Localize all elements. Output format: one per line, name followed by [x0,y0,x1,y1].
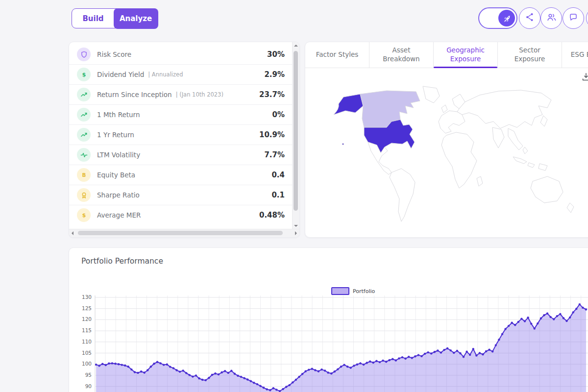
comments-button[interactable] [563,7,584,29]
y-tick-label: 115 [72,327,92,333]
performance-chart[interactable] [94,294,588,392]
metric-label: Return Since Inception [97,91,172,98]
y-tick-label: 90 [72,383,92,389]
rocket-switch[interactable] [478,7,517,29]
map-region-indonesia-2 [528,163,535,168]
exposure-tabs: Factor StylesAsset BreakdownGeographic E… [305,42,588,68]
map-region-hawaii[interactable] [342,143,343,145]
metric-row: Risk Score30% [69,45,293,65]
metric-row: $Dividend Yield| Annualized2.9% [69,65,293,85]
metric-row: 1 Mth Return0% [69,105,293,125]
metric-list: Risk Score30%$Dividend Yield| Annualized… [69,45,293,229]
tab-geographic-exposure[interactable]: Geographic Exposure [434,42,498,68]
legend-swatch [331,287,349,295]
performance-title: Portfolio Performance [81,257,163,266]
y-tick-label: 120 [72,316,92,322]
dollar-icon: $ [77,68,91,81]
beta-icon: B [77,168,91,182]
horizontal-scrollbar[interactable] [69,229,299,237]
metric-label: Dividend Yield [97,71,144,78]
tab-sector-exposure[interactable]: Sector Exposure [498,42,562,68]
metric-value: 7.7% [264,150,285,159]
metric-value: 2.9% [264,70,285,79]
map-region-alaska[interactable] [334,94,363,115]
svg-text:B: B [82,172,86,178]
shield-icon [77,48,91,61]
activity-icon [77,148,91,162]
metric-row: Return Since Inception| (Jan 10th 2023)2… [69,85,293,105]
share-button[interactable] [519,7,540,29]
vertical-scroll-thumb[interactable] [294,51,298,211]
metric-value: 23.7% [259,90,285,99]
vertical-scrollbar[interactable] [292,42,299,229]
download-button[interactable] [581,72,588,83]
map-region-africa [441,132,477,188]
metric-sublabel: | (Jan 10th 2023) [176,91,223,98]
svg-text:$: $ [82,72,86,78]
collaborators-button[interactable] [540,7,562,29]
legend-label: Portfolio [353,288,375,294]
map-region-se-asia [508,128,523,150]
map-region-south-america [390,169,415,221]
y-tick-label: 110 [72,339,92,344]
metric-label: 1 Yr Return [97,131,134,139]
y-tick-label: 125 [72,305,92,311]
y-tick-label: 105 [72,350,92,356]
metric-value: 0% [272,110,285,119]
y-tick-label: 100 [72,361,92,367]
share-icon [524,12,535,24]
map-region-australia [531,176,563,203]
scroll-down-arrow[interactable] [294,225,298,227]
map-region-asia [457,90,551,128]
build-button[interactable]: Build [72,9,114,28]
trend-up-icon [77,88,91,101]
y-tick-label: 95 [72,372,92,378]
horizontal-scroll-thumb[interactable] [78,231,283,235]
award-icon [77,188,91,202]
tab-factor-styles[interactable]: Factor Styles [305,42,369,68]
map-region-philippines [523,147,528,154]
metrics-panel: Risk Score30%$Dividend Yield| Annualized… [69,42,300,238]
trend-up-icon [77,108,91,122]
metric-value: 30% [267,50,285,59]
y-tick-label: 130 [72,294,92,300]
metric-row: $Average MER0.48% [69,205,293,225]
map-region-canada[interactable] [360,91,420,127]
dollar-icon: $ [77,208,91,222]
performance-panel: Portfolio Performance Portfolio 13012512… [69,247,588,392]
map-region-uk [441,105,447,113]
metric-value: 10.9% [259,130,285,139]
tab-esg-exposure[interactable]: ESG Exposure [562,42,588,68]
metric-value: 0.1 [271,191,285,199]
chat-icon [568,12,579,24]
more-action-button[interactable] [586,7,588,29]
world-map [313,84,588,229]
scroll-right-arrow[interactable] [295,231,297,235]
scroll-up-arrow[interactable] [294,45,298,47]
analyze-button[interactable]: Analyze [114,8,158,29]
metric-row: BEquity Beta0.4 [69,165,293,185]
chart-legend[interactable]: Portfolio [331,287,375,295]
map-region-new-zealand [567,203,574,213]
metric-sublabel: | Annualized [148,71,183,78]
trend-up-icon [77,128,91,142]
map-region-indonesia [513,157,527,164]
metric-label: LTM Volatility [97,151,140,159]
exposure-panel: Factor StylesAsset BreakdownGeographic E… [305,42,588,238]
metric-row: Sharpe Ratio0.1 [69,185,293,205]
metric-row: 1 Yr Return10.9% [69,125,293,145]
metric-label: Average MER [97,211,141,219]
map-region-india [492,127,504,148]
metric-value: 0.4 [271,171,285,179]
tab-asset-breakdown[interactable]: Asset Breakdown [369,42,434,68]
metric-row: LTM Volatility7.7% [69,145,293,165]
map-region-greenland [423,86,440,103]
map-region-madagascar [477,176,483,186]
rocket-icon [498,10,515,26]
svg-text:$: $ [82,212,86,219]
scroll-left-arrow[interactable] [72,231,74,235]
metric-label: 1 Mth Return [97,111,140,119]
metric-label: Sharpe Ratio [97,191,140,199]
users-icon [546,12,557,24]
metric-label: Equity Beta [97,171,135,179]
